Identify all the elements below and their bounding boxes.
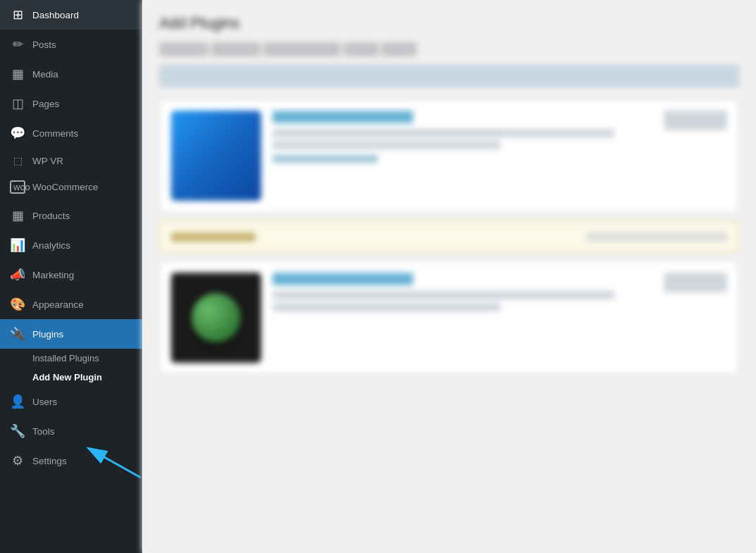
warning-action [586, 232, 727, 242]
posts-icon: ✏ [10, 37, 25, 52]
sidebar-item-label: Marketing [32, 270, 74, 280]
plugin-desc [272, 141, 500, 149]
warning-text [171, 232, 256, 242]
sidebar-item-posts[interactable]: ✏ Posts [0, 30, 142, 59]
sidebar-item-appearance[interactable]: 🎨 Appearance [0, 290, 142, 319]
plugin-thumbnail [171, 273, 261, 363]
plugins-icon: 🔌 [10, 326, 25, 342]
plugin-info [272, 111, 653, 163]
sidebar-item-users[interactable]: 👤 Users [0, 387, 142, 416]
users-icon: 👤 [10, 394, 25, 409]
plugin-name [272, 273, 413, 285]
sidebar-item-dashboard[interactable]: ⊞ Dashboard [0, 0, 142, 30]
sidebar-item-label: Plugins [32, 329, 63, 340]
sidebar-item-analytics[interactable]: 📊 Analytics [0, 230, 142, 260]
plugin-icon-green [191, 293, 241, 342]
sidebar-item-comments[interactable]: 💬 Comments [0, 118, 142, 148]
plugin-desc [272, 129, 615, 137]
media-icon: ▦ [10, 66, 25, 82]
filter-tab [382, 42, 417, 56]
plugin-row [159, 99, 739, 213]
sidebar-item-label: Products [32, 211, 70, 221]
plugin-desc [272, 291, 615, 299]
plugin-name [272, 111, 413, 123]
add-new-plugin-label: Add New Plugin [32, 372, 102, 383]
filter-tab [211, 42, 260, 56]
sidebar-item-label: Appearance [32, 299, 84, 310]
sidebar-item-label: Dashboard [32, 10, 79, 20]
appearance-icon: 🎨 [10, 297, 25, 312]
sidebar-item-products[interactable]: ▦ Products [0, 201, 142, 230]
main-content: Add Plugins [142, 0, 756, 553]
sidebar-item-settings[interactable]: ⚙ Settings [0, 446, 142, 476]
info-bar [159, 65, 739, 87]
sidebar-item-label: Analytics [32, 240, 70, 251]
sidebar-item-plugins[interactable]: 🔌 Plugins [0, 319, 142, 349]
plugin-info [272, 273, 653, 315]
sidebar-item-label: WP VR [32, 156, 63, 166]
plugin-thumbnail [171, 111, 261, 201]
plugin-action-button [664, 273, 727, 292]
comments-icon: 💬 [10, 125, 25, 141]
plugin-row [159, 261, 739, 375]
sidebar-item-media[interactable]: ▦ Media [0, 59, 142, 89]
filter-tab [263, 42, 341, 56]
sidebar-item-label: Users [32, 397, 57, 407]
plugin-desc [272, 303, 500, 311]
sidebar-subitem-add-new-plugin[interactable]: Add New Plugin [0, 368, 142, 387]
sidebar: ⊞ Dashboard ✏ Posts ▦ Media ◫ Pages 💬 Co… [0, 0, 142, 553]
sidebar-item-woocommerce[interactable]: woo WooCommerce [0, 173, 142, 201]
plugin-action-button [664, 111, 727, 130]
warning-row [159, 221, 739, 252]
plugin-link [272, 155, 378, 163]
sidebar-item-label: Pages [32, 99, 59, 109]
wpvr-icon: ⬚ [10, 155, 25, 166]
tools-icon: 🔧 [10, 423, 25, 439]
woocommerce-icon: woo [10, 180, 25, 194]
sidebar-item-wpvr[interactable]: ⬚ WP VR [0, 148, 142, 173]
sidebar-item-label: Posts [32, 39, 56, 50]
sidebar-item-marketing[interactable]: 📣 Marketing [0, 260, 142, 290]
marketing-icon: 📣 [10, 267, 25, 282]
sidebar-item-tools[interactable]: 🔧 Tools [0, 416, 142, 446]
filter-tab [159, 42, 208, 56]
sidebar-item-label: Comments [32, 128, 78, 139]
pages-icon: ◫ [10, 96, 25, 111]
sidebar-item-label: Media [32, 69, 58, 80]
settings-icon: ⚙ [10, 453, 25, 468]
sidebar-item-label: WooCommerce [32, 182, 99, 192]
products-icon: ▦ [10, 208, 25, 223]
page-title: Add Plugins [159, 14, 739, 32]
installed-plugins-label: Installed Plugins [32, 353, 99, 364]
analytics-icon: 📊 [10, 237, 25, 253]
filter-tabs [159, 42, 739, 56]
sidebar-item-label: Tools [32, 426, 55, 437]
dashboard-icon: ⊞ [10, 7, 25, 23]
filter-tab [344, 42, 379, 56]
sidebar-item-label: Settings [32, 456, 67, 466]
sidebar-item-pages[interactable]: ◫ Pages [0, 89, 142, 118]
sidebar-subitem-installed-plugins[interactable]: Installed Plugins [0, 349, 142, 368]
